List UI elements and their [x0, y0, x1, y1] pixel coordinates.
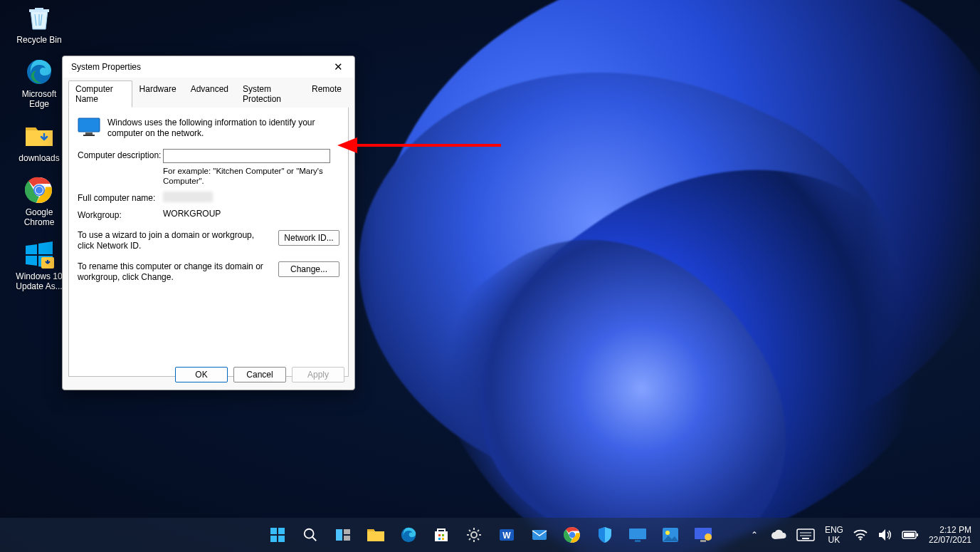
desktop-icon-recycle-bin[interactable]: Recycle Bin: [11, 4, 68, 45]
svg-point-25: [471, 532, 477, 538]
gear-icon: [465, 526, 483, 543]
clock-time: 2:12 PM: [929, 525, 971, 535]
svg-rect-19: [344, 536, 350, 541]
svg-rect-31: [629, 528, 646, 539]
tray-keyboard[interactable]: [794, 521, 818, 549]
desktop-icon-label: Microsoft Edge: [11, 89, 68, 109]
svg-rect-23: [438, 538, 441, 540]
taskbar: W ⌃ ENG: [0, 518, 980, 552]
folder-downloads-icon: [23, 122, 55, 150]
taskbar-settings[interactable]: [460, 521, 488, 549]
network-id-button[interactable]: Network ID...: [278, 230, 339, 246]
system-properties-icon: [694, 527, 712, 543]
desktop-icon-win10-update[interactable]: Windows 10 Update As...: [11, 240, 68, 291]
apply-button[interactable]: Apply: [292, 367, 344, 382]
taskbar-word[interactable]: W: [492, 521, 521, 549]
chevron-up-icon: ⌃: [751, 530, 758, 540]
svg-rect-12: [278, 528, 285, 534]
wifi-icon: [853, 529, 868, 541]
svg-rect-21: [438, 534, 441, 536]
tray-volume[interactable]: [875, 521, 895, 549]
tab-computer-name[interactable]: Computer Name: [68, 80, 132, 108]
taskbar-photos[interactable]: [656, 521, 685, 549]
desktop-icon-label: Google Chrome: [11, 207, 68, 227]
taskbar-file-explorer[interactable]: [362, 521, 390, 549]
full-computer-name-value: [163, 192, 213, 202]
start-button[interactable]: [263, 521, 292, 549]
taskbar-system-properties[interactable]: [689, 521, 717, 549]
recycle-bin-icon: [23, 4, 55, 32]
tab-panel-computer-name: Windows uses the following information t…: [68, 108, 349, 377]
tab-strip: Computer Name Hardware Advanced System P…: [63, 78, 354, 108]
annotation-arrow: [337, 135, 501, 156]
taskbar-edge[interactable]: [394, 521, 423, 549]
tray-wifi[interactable]: [850, 521, 870, 549]
tab-remote[interactable]: Remote: [305, 80, 349, 108]
language-code: ENG: [825, 525, 843, 535]
desktop-icon-downloads[interactable]: downloads: [11, 122, 68, 163]
clock-date: 22/07/2021: [929, 535, 971, 545]
taskbar-store[interactable]: [427, 521, 455, 549]
windows-update-icon: [23, 240, 55, 269]
task-view-button[interactable]: [329, 521, 357, 549]
windows-start-icon: [269, 526, 286, 543]
close-icon: ✕: [334, 61, 343, 73]
svg-rect-11: [270, 528, 277, 534]
keyboard-icon: [796, 528, 815, 541]
info-text: Windows uses the following information t…: [107, 118, 339, 139]
svg-rect-24: [442, 538, 444, 540]
close-button[interactable]: ✕: [327, 61, 349, 73]
svg-rect-8: [83, 135, 95, 136]
tab-advanced[interactable]: Advanced: [184, 80, 236, 108]
svg-point-30: [569, 532, 574, 538]
tab-hardware[interactable]: Hardware: [132, 80, 184, 108]
quick-assist-icon: [628, 528, 647, 542]
volume-icon: [878, 528, 892, 541]
language-region: UK: [825, 535, 843, 545]
edge-icon: [23, 58, 55, 86]
svg-rect-32: [635, 540, 641, 542]
svg-rect-28: [532, 530, 547, 540]
desktop-icon-chrome[interactable]: Google Chrome: [11, 176, 68, 227]
change-button[interactable]: Change...: [278, 261, 339, 277]
edge-icon: [400, 526, 417, 543]
taskbar-security[interactable]: [591, 521, 619, 549]
svg-point-4: [36, 187, 43, 194]
taskbar-quick-assist[interactable]: [623, 521, 652, 549]
svg-rect-17: [336, 529, 342, 541]
taskbar-mail[interactable]: [525, 521, 554, 549]
taskbar-center: W: [263, 521, 717, 549]
desktop-icon-edge[interactable]: Microsoft Edge: [11, 58, 68, 109]
full-computer-name-label: Full computer name:: [78, 192, 163, 203]
tray-battery[interactable]: [899, 521, 922, 549]
ok-button[interactable]: OK: [175, 367, 228, 382]
search-icon: [302, 527, 318, 543]
computer-description-input[interactable]: [163, 149, 330, 163]
svg-text:W: W: [502, 531, 511, 541]
change-description: To rename this computer or change its do…: [78, 261, 278, 283]
svg-rect-44: [904, 533, 915, 537]
tab-system-protection[interactable]: System Protection: [236, 80, 305, 108]
svg-point-34: [665, 531, 670, 535]
network-id-description: To use a wizard to join a domain or work…: [78, 230, 278, 251]
monitor-icon: [78, 118, 100, 136]
svg-point-37: [705, 533, 712, 541]
tray-onedrive[interactable]: [768, 521, 789, 549]
search-button[interactable]: [296, 521, 325, 549]
system-properties-window: System Properties ✕ Computer Name Hardwa…: [62, 56, 355, 390]
shield-icon: [597, 526, 613, 543]
system-tray: ⌃ ENG UK 2:12 PM 22/07/2021: [745, 521, 974, 549]
desktop-icon-label: Recycle Bin: [11, 35, 68, 45]
tray-overflow[interactable]: ⌃: [745, 521, 764, 549]
titlebar[interactable]: System Properties ✕: [63, 56, 354, 78]
taskbar-chrome[interactable]: [558, 521, 586, 549]
cancel-button[interactable]: Cancel: [233, 367, 286, 382]
dialog-buttons: OK Cancel Apply: [175, 367, 344, 382]
svg-rect-13: [270, 536, 277, 542]
svg-rect-45: [917, 533, 918, 536]
tray-language[interactable]: ENG UK: [822, 521, 846, 549]
desktop-icons: Recycle Bin Microsoft Edge downloads Goo…: [11, 4, 68, 304]
workgroup-label: Workgroup:: [78, 209, 163, 220]
tray-clock[interactable]: 2:12 PM 22/07/2021: [926, 521, 974, 549]
desktop-icon-label: Windows 10 Update As...: [11, 271, 68, 291]
